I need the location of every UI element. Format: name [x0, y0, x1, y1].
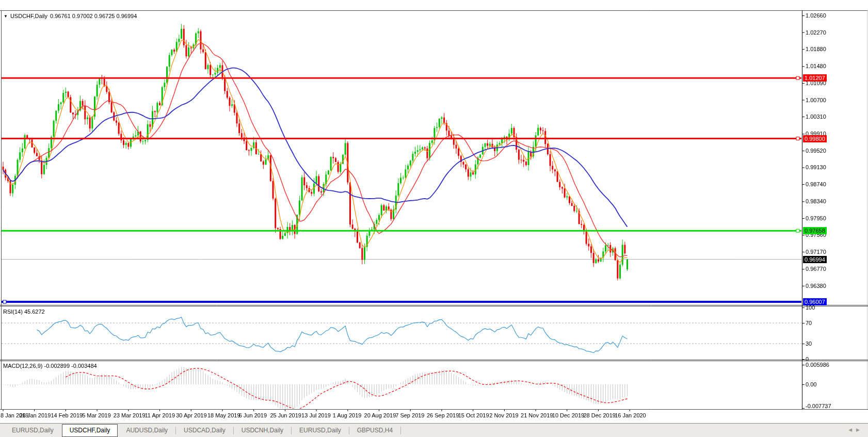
level-price-tag: 1.01207: [803, 74, 827, 82]
current-price-tag: 0.96994: [803, 256, 827, 263]
scroll-left-icon[interactable]: ◀: [848, 427, 856, 432]
price-scale-label: 1.02270: [806, 29, 826, 36]
chart-tab-bar: EURUSD,DailyUSDCHF,DailyAUDUSD,DailyUSDC…: [0, 423, 868, 437]
macd-scale-label: 0.005986: [806, 362, 829, 368]
tab-eurusd-daily[interactable]: EURUSD,Daily: [292, 424, 349, 437]
price-scale-label: 0.99520: [806, 148, 826, 154]
price-scale-label: 0.96770: [806, 266, 826, 272]
date-axis-label: 21 Nov 2019: [521, 412, 553, 418]
symbol-timeframe-label: USDCHF,Daily: [10, 13, 47, 19]
rsi-scale-label: 100: [806, 304, 815, 311]
date-axis-label: 15 Oct 2019: [458, 412, 489, 418]
chart-canvas[interactable]: [0, 0, 868, 423]
date-axis-label: 30 Apr 2019: [176, 412, 206, 418]
date-axis-label: 7 Sep 2019: [395, 412, 424, 418]
date-axis-label: 1 Aug 2019: [333, 412, 362, 418]
macd-label: MACD(12,26,9) -0.002899 -0.003484: [3, 363, 97, 369]
rsi-scale-label: 30: [806, 341, 812, 347]
date-axis-label: 26 Jan 2019: [20, 412, 51, 418]
date-axis-label: 18 May 2019: [207, 412, 240, 418]
level-price-tag: 0.97658: [803, 227, 827, 234]
date-axis-label: 25 Jun 2019: [270, 412, 301, 418]
level-price-tag: 0.99800: [803, 135, 827, 142]
tab-audusd-daily[interactable]: AUDUSD,Daily: [118, 424, 175, 437]
price-scale-label: 1.02660: [806, 12, 826, 19]
scroll-right-icon[interactable]: ▶: [856, 427, 864, 432]
price-scale-label: 1.01480: [806, 63, 826, 70]
tab-usdcnh-daily[interactable]: USDCNH,Daily: [234, 424, 291, 437]
date-axis-label: 28 Dec 2019: [583, 412, 615, 418]
date-axis-label: 23 Mar 2019: [114, 412, 146, 418]
price-scale-label: 0.99130: [806, 164, 826, 171]
date-axis-label: 10 Dec 2019: [552, 412, 584, 418]
tab-usdchf-daily[interactable]: USDCHF,Daily: [62, 424, 118, 437]
price-scale-label: 0.97170: [806, 249, 826, 255]
tab-usdcad-daily[interactable]: USDCAD,Daily: [176, 424, 233, 437]
date-axis-label: 6 Jun 2019: [239, 412, 267, 418]
tab-gbpusd-h4[interactable]: GBPUSD,H4: [349, 424, 400, 437]
price-scale-label: 1.00700: [806, 97, 826, 104]
rsi-scale-label: 70: [806, 320, 812, 327]
date-axis-label: 26 Sep 2019: [427, 412, 459, 418]
price-scale-label: 0.96380: [806, 283, 826, 289]
price-scale-label: 1.00310: [806, 114, 826, 120]
price-scale-label: 1.01880: [806, 46, 826, 53]
tabs: EURUSD,DailyUSDCHF,DailyAUDUSD,DailyUSDC…: [4, 424, 401, 437]
price-scale-label: 0.98740: [806, 181, 826, 188]
chart-header: ▼ USDCHF,Daily 0.96761 0.97002 0.96725 0…: [4, 13, 137, 19]
date-axis-label: 11 Apr 2019: [145, 412, 175, 418]
date-axis-label: 13 Jul 2019: [301, 412, 331, 418]
symbol-dropdown-icon[interactable]: ▼: [4, 14, 8, 19]
tab-separator: [400, 427, 401, 434]
tab-scroll-arrows[interactable]: ◀▶: [848, 427, 864, 432]
date-axis-label: 5 Mar 2019: [82, 412, 111, 418]
rsi-label: RSI(14) 45.6272: [3, 309, 45, 315]
price-scale-label: 0.97950: [806, 215, 826, 222]
date-axis-label: 14 Feb 2019: [51, 412, 83, 418]
ohlc-values: 0.96761 0.97002 0.96725 0.96994: [50, 13, 137, 19]
date-axis-label: 20 Aug 2019: [364, 412, 396, 418]
date-axis-label: 2 Nov 2019: [489, 412, 518, 418]
macd-scale-label: 0.00: [806, 381, 816, 388]
macd-scale-label: -0.007737: [806, 403, 831, 410]
date-axis-label: 16 Jan 2020: [615, 412, 646, 418]
tab-eurusd-daily[interactable]: EURUSD,Daily: [4, 424, 61, 437]
price-scale-label: 0.98340: [806, 198, 826, 205]
